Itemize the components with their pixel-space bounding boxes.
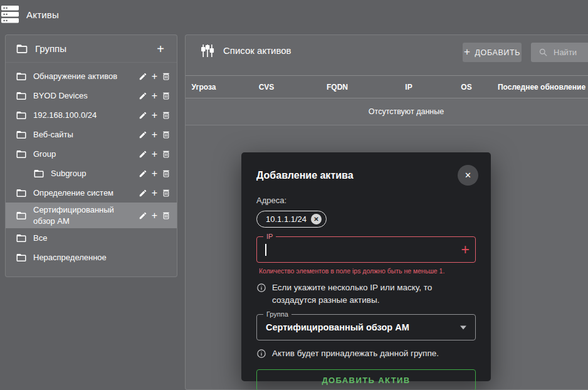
table-column-header: OS <box>461 83 471 92</box>
group-item[interactable]: Определение систем + <box>6 183 177 203</box>
groups-panel-header: Группы + <box>6 35 177 63</box>
search-button[interactable]: Найти <box>531 43 588 62</box>
edit-group-icon[interactable] <box>139 150 147 159</box>
add-subgroup-icon[interactable]: + <box>152 91 157 101</box>
chevron-down-icon <box>460 326 466 330</box>
group-hint-row: Актив будет принадлежать данной группе. <box>256 347 476 360</box>
folder-icon <box>16 43 28 55</box>
groups-panel: Группы + Обнаружение активов + BYOD Devi… <box>5 34 177 277</box>
edit-group-icon[interactable] <box>139 111 147 120</box>
ip-input[interactable]: IP + <box>256 236 476 263</box>
group-item[interactable]: Нераспределенное <box>6 248 177 267</box>
group-item[interactable]: 192.168.100.0/24 + <box>6 105 177 125</box>
group-item[interactable]: Subgroup + <box>6 164 177 183</box>
table-column-header: FQDN <box>327 83 348 92</box>
add-group-button[interactable]: + <box>153 41 168 56</box>
info-icon <box>256 283 266 293</box>
group-item-label: Subgroup <box>51 168 132 179</box>
ip-hint-text: Если укажите несколько IP или маску, то … <box>272 282 476 306</box>
edit-group-icon[interactable] <box>139 169 147 178</box>
delete-group-icon[interactable] <box>162 111 171 120</box>
page-title: Активы <box>26 9 59 20</box>
app-window: Активы Группы + Обнаружение активов + <box>0 0 588 390</box>
edit-group-icon[interactable] <box>139 211 147 220</box>
group-item[interactable]: Group + <box>6 144 177 164</box>
submit-asset-button[interactable]: ДОБАВИТЬ АКТИВ <box>256 369 476 390</box>
address-chip-label: 10.1.1.1/24 <box>266 214 307 224</box>
modal-title: Добавление актива <box>256 165 458 181</box>
edit-group-icon[interactable] <box>139 189 147 198</box>
group-item-actions: + <box>139 110 171 120</box>
delete-group-icon[interactable] <box>162 130 171 139</box>
addresses-label: Адреса: <box>256 196 476 205</box>
folder-open-icon <box>16 210 27 221</box>
add-subgroup-icon[interactable]: + <box>152 188 157 198</box>
add-asset-modal: Добавление актива ✕ Адреса: 10.1.1.1/24 … <box>241 152 491 381</box>
empty-state-text: Отсутствуют данные <box>369 107 444 116</box>
add-subgroup-icon[interactable]: + <box>152 149 157 159</box>
folder-open-icon <box>16 149 27 160</box>
plus-icon: + <box>464 46 471 58</box>
edit-group-icon[interactable] <box>139 72 147 81</box>
delete-group-icon[interactable] <box>162 189 171 198</box>
groups-title: Группы <box>35 43 146 54</box>
group-item[interactable]: Веб-сайты + <box>6 125 177 144</box>
add-subgroup-icon[interactable]: + <box>152 71 157 82</box>
add-subgroup-icon[interactable]: + <box>152 130 157 140</box>
group-item[interactable]: BYOD Devices + <box>6 86 177 105</box>
folder-open-icon <box>16 187 27 199</box>
address-chip-list: 10.1.1.1/24 ✕ <box>256 211 476 228</box>
group-item-label: Определение систем <box>33 187 132 199</box>
group-selected-value: Сертифицированный обзор АМ <box>266 322 409 332</box>
table-column-header: CVS <box>259 83 275 92</box>
delete-group-icon[interactable] <box>162 169 171 178</box>
group-item-label: BYOD Devices <box>33 90 132 102</box>
address-chip[interactable]: 10.1.1.1/24 ✕ <box>256 211 327 228</box>
group-item-label: Веб-сайты <box>33 129 132 140</box>
group-item[interactable]: Все <box>6 228 177 248</box>
folder-open-icon <box>16 71 27 82</box>
delete-group-icon[interactable] <box>162 72 171 81</box>
folder-open-icon <box>16 90 27 102</box>
asset-list-header: Список активов + ДОБАВИТЬ Найти <box>186 35 588 66</box>
text-cursor <box>265 244 266 256</box>
add-subgroup-icon[interactable]: + <box>152 169 157 179</box>
delete-group-icon[interactable] <box>162 92 171 100</box>
delete-group-icon[interactable] <box>162 150 171 159</box>
folder-open-icon <box>16 233 27 244</box>
folder-open-icon <box>16 110 27 121</box>
ip-hint-row: Если укажите несколько IP или маску, то … <box>256 282 476 306</box>
edit-group-icon[interactable] <box>139 92 147 100</box>
group-item-actions: + <box>139 149 171 159</box>
edit-group-icon[interactable] <box>139 130 147 139</box>
server-stack-icon <box>1 6 20 23</box>
ip-field-label: IP <box>263 233 276 241</box>
table-column-header: Последнее обновление <box>498 83 585 92</box>
group-item-label: Group <box>33 149 132 160</box>
group-item-label: Все <box>33 233 171 244</box>
add-ip-icon[interactable]: + <box>461 243 470 257</box>
group-item-actions: + <box>139 91 171 101</box>
asset-list-title: Список активов <box>223 45 291 56</box>
info-icon <box>256 349 266 359</box>
table-column-header: Угроза <box>192 83 216 92</box>
group-hint-text: Актив будет принадлежать данной группе. <box>272 347 439 360</box>
add-subgroup-icon[interactable]: + <box>152 110 157 120</box>
add-asset-button[interactable]: + ДОБАВИТЬ <box>463 43 522 62</box>
add-subgroup-icon[interactable]: + <box>152 211 157 221</box>
group-item[interactable]: Сертифицированный обзор АМ + <box>6 203 177 228</box>
group-item-actions: + <box>139 169 171 179</box>
group-list: Обнаружение активов + BYOD Devices + <box>6 63 177 271</box>
delete-group-icon[interactable] <box>162 211 171 220</box>
group-item-actions: + <box>139 130 171 140</box>
group-item-label: Нераспределенное <box>33 252 171 263</box>
group-item-label: Обнаружение активов <box>33 71 132 82</box>
add-asset-button-label: ДОБАВИТЬ <box>475 48 520 57</box>
folder-open-icon <box>16 252 27 263</box>
group-item-actions: + <box>139 188 171 198</box>
group-select[interactable]: Группа Сертифицированный обзор АМ <box>256 314 476 340</box>
group-item-label: 192.168.100.0/24 <box>33 110 132 121</box>
remove-chip-icon[interactable]: ✕ <box>311 214 322 224</box>
close-icon[interactable]: ✕ <box>458 165 478 186</box>
group-item[interactable]: Обнаружение активов + <box>6 66 177 86</box>
